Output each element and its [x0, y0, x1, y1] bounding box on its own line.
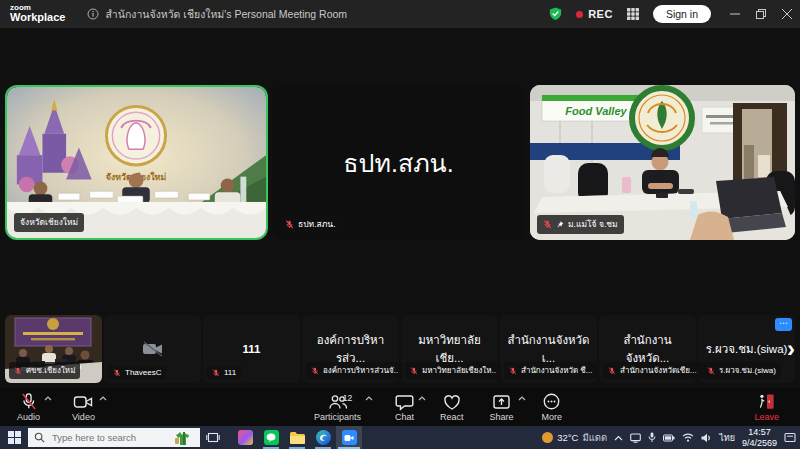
- participant-name-text: สำนักงานจังหวัด ชี...: [521, 364, 592, 377]
- meeting-toolbar: Audio Video: [0, 388, 800, 426]
- taskbar-app-photos[interactable]: [232, 426, 258, 449]
- chat-bubble-icon: [395, 393, 414, 411]
- more-label: More: [542, 412, 563, 422]
- participant-name-tag: 111: [207, 366, 241, 379]
- muted-mic-icon: [285, 220, 294, 229]
- video-button[interactable]: Video: [63, 390, 104, 424]
- muted-mic-icon: [509, 367, 517, 375]
- participant-name-tag: ศขช.เชียงใหม่: [9, 362, 80, 379]
- tray-display-icon[interactable]: [630, 433, 641, 443]
- info-icon[interactable]: [87, 8, 99, 20]
- heart-icon: [442, 393, 462, 411]
- tile-more-button[interactable]: ⋯: [775, 318, 792, 331]
- restore-button[interactable]: [756, 9, 766, 19]
- strip-tile-1[interactable]: ศขช.เชียงใหม่: [5, 315, 102, 383]
- participant-name-tag: มหาวิทยาลัยเชียงให..: [405, 362, 501, 379]
- minimize-button[interactable]: [730, 9, 740, 19]
- muted-mic-icon: [311, 367, 319, 375]
- clock-date: 9/4/2569: [742, 438, 777, 449]
- mic-muted-icon: [19, 392, 38, 411]
- strip-tile-7[interactable]: สำนักงานจังหวัด... สำนักงานจังหวัดเชีย..…: [599, 315, 696, 383]
- food-valley-text: Food Valley: [565, 105, 627, 117]
- video-tile-province-chiangmai[interactable]: จังหวัดเชียงใหม่ จังหวัดเชียงใหม่: [5, 85, 268, 240]
- participants-count: 12: [343, 393, 352, 403]
- participant-name-tag: จังหวัดเชียงใหม่: [14, 213, 84, 232]
- search-icon: [34, 432, 45, 443]
- search-highlight-image[interactable]: [174, 429, 194, 446]
- participant-name-tag: สำนักงานจังหวัด ชี...: [504, 362, 597, 379]
- zoom-workplace-logo: zoom Workplace: [10, 4, 65, 24]
- camera-off-icon: [142, 341, 164, 357]
- taskbar-weather[interactable]: 32°C มีแดด: [542, 430, 607, 445]
- recording-label: REC: [588, 8, 613, 20]
- strip-tile-4[interactable]: องค์การบริหารส่ว... องค์การบริหารส่วนจั.…: [302, 315, 399, 383]
- share-options-caret[interactable]: [518, 396, 526, 401]
- muted-mic-icon: [608, 367, 616, 375]
- tray-volume-icon[interactable]: [701, 433, 712, 443]
- recording-indicator[interactable]: REC: [576, 8, 613, 20]
- task-view-button[interactable]: [200, 426, 226, 449]
- audio-label: Audio: [17, 412, 40, 422]
- language-indicator[interactable]: ไทย: [719, 431, 735, 445]
- video-tile-maejo[interactable]: Food Valley: [530, 85, 795, 240]
- leave-button[interactable]: Leave: [745, 390, 788, 424]
- participant-name-tag: สำนักงานจังหวัดเชีย...: [603, 362, 702, 379]
- participant-name-tag: ธปท.สภน.: [279, 215, 342, 234]
- action-center-button[interactable]: [784, 432, 796, 443]
- chat-options-caret[interactable]: [418, 396, 426, 401]
- participant-name-text: ม.แม่โจ้ จ.ชม: [568, 217, 618, 231]
- participants-button[interactable]: 12 Participants: [305, 390, 370, 424]
- encryption-shield-icon[interactable]: [548, 6, 563, 22]
- taskbar-app-file-explorer[interactable]: [284, 426, 310, 449]
- weather-condition: มีแดด: [582, 430, 607, 445]
- participant-name-tag: ThaveesC: [108, 366, 166, 379]
- taskbar-app-line[interactable]: [258, 426, 284, 449]
- more-button[interactable]: More: [533, 390, 572, 424]
- sign-in-button[interactable]: Sign in: [653, 5, 711, 23]
- muted-mic-icon: [543, 220, 552, 229]
- meeting-title: สำนักงานจังหวัด เชียงใหม่'s Personal Mee…: [87, 6, 347, 23]
- strip-tile-8[interactable]: ร.ผวจ.ชม.(siwa) ⋯ ร.ผวจ.ชม.(siwa): [698, 315, 795, 383]
- participant-name-tag: องค์การบริหารส่วนจั..: [306, 362, 403, 379]
- close-button[interactable]: [782, 9, 792, 19]
- search-input[interactable]: [50, 431, 150, 444]
- strip-tile-3[interactable]: 111 111: [203, 315, 300, 383]
- chat-label: Chat: [395, 412, 414, 422]
- zoom-app-icon: [342, 430, 357, 445]
- audio-button[interactable]: Audio: [8, 390, 49, 424]
- muted-mic-icon: [113, 369, 121, 377]
- video-camera-icon: [73, 393, 93, 411]
- participants-options-caret[interactable]: [365, 396, 373, 401]
- titlebar: zoom Workplace สำนักงานจังหวัด เชียงใหม่…: [0, 0, 800, 28]
- react-button[interactable]: React: [431, 390, 473, 424]
- video-options-caret[interactable]: [99, 396, 107, 401]
- photos-app-icon: [238, 430, 253, 445]
- audio-options-caret[interactable]: [44, 396, 52, 401]
- windows-logo-icon: [8, 431, 21, 444]
- line-app-icon: [264, 430, 279, 445]
- name-card-tile-bot[interactable]: ธปท.สภน. ธปท.สภน.: [272, 85, 525, 240]
- leave-label: Leave: [754, 412, 779, 422]
- share-button[interactable]: Share: [481, 390, 523, 424]
- strip-tile-6[interactable]: สำนักงานจังหวัด เ... สำนักงานจังหวัด ชี.…: [500, 315, 597, 383]
- taskbar-search[interactable]: [28, 428, 200, 447]
- tray-microphone-icon[interactable]: [648, 432, 656, 443]
- province-seal: [106, 106, 165, 164]
- tray-battery-icon[interactable]: [663, 434, 675, 442]
- gallery-view-icon[interactable]: [626, 7, 640, 21]
- start-button[interactable]: [0, 426, 28, 449]
- chat-button[interactable]: Chat: [386, 390, 423, 424]
- muted-mic-icon: [14, 367, 22, 375]
- weather-temp: 32°C: [557, 432, 578, 443]
- muted-mic-icon: [212, 369, 220, 377]
- show-hidden-icons-button[interactable]: [614, 435, 623, 441]
- strip-tile-5[interactable]: มหาวิทยาลัยเชีย... มหาวิทยาลัยเชียงให..: [401, 315, 498, 383]
- taskbar-clock[interactable]: 14:57 9/4/2569: [742, 427, 777, 449]
- strip-next-page-arrow[interactable]: ›: [783, 336, 799, 362]
- share-label: Share: [490, 412, 514, 422]
- taskbar-app-edge[interactable]: [310, 426, 336, 449]
- muted-mic-icon: [410, 367, 418, 375]
- strip-tile-2[interactable]: ThaveesC: [104, 315, 201, 383]
- tray-wifi-icon[interactable]: [682, 433, 694, 442]
- taskbar-app-zoom[interactable]: [336, 426, 362, 449]
